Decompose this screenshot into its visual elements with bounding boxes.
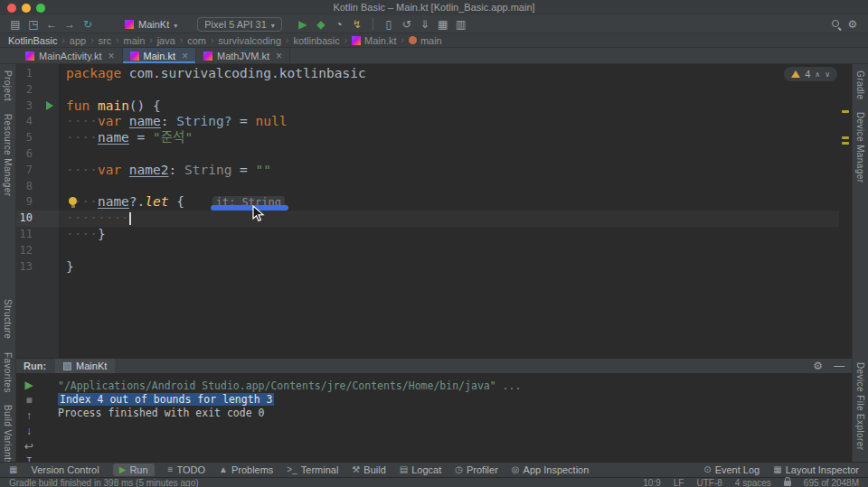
debug-icon[interactable]: ◆ bbox=[313, 17, 329, 32]
console-settings-gear-icon[interactable]: ⚙ bbox=[813, 361, 823, 371]
code-line[interactable]: 4····var name: String? = null bbox=[16, 114, 839, 130]
breadcrumb-item-main[interactable]: main bbox=[409, 35, 442, 46]
minimize-icon[interactable]: — bbox=[834, 361, 844, 371]
profile-icon[interactable]: ◔ bbox=[331, 17, 347, 32]
open-icon[interactable]: ◳ bbox=[25, 17, 42, 32]
tool-window-button-device-file-explorer[interactable]: Device File Explorer bbox=[855, 362, 865, 450]
minimize-window-button[interactable] bbox=[22, 4, 31, 13]
tool-window-button-logcat[interactable]: ▤Logcat bbox=[400, 464, 441, 475]
code-line[interactable]: 12 bbox=[16, 243, 839, 259]
close-window-button[interactable] bbox=[7, 4, 16, 13]
tool-window-button-todo[interactable]: ≡TODO bbox=[168, 464, 205, 475]
code-line[interactable]: 5····name = "준석" bbox=[16, 130, 839, 146]
tool-window-button-terminal[interactable]: >_Terminal bbox=[287, 464, 338, 475]
breadcrumb-item-kotlinbasic[interactable]: KotlinBasic bbox=[8, 35, 57, 46]
code-line[interactable]: 11····} bbox=[16, 227, 839, 243]
memory-indicator[interactable]: 695 of 2048M bbox=[804, 478, 859, 487]
run-icon[interactable]: ▶ bbox=[295, 17, 311, 32]
tool-window-button-run[interactable]: ▶Run bbox=[113, 464, 155, 476]
code-line[interactable]: 9····name?.let { it: String bbox=[16, 194, 839, 211]
tool-window-button-project[interactable]: Project bbox=[3, 70, 13, 101]
run-header-actions: ⚙— bbox=[813, 361, 844, 371]
code-line[interactable]: 10········ bbox=[16, 211, 839, 227]
breadcrumb-item-src[interactable]: src bbox=[98, 35, 111, 46]
run-console-tab[interactable]: MainKt bbox=[55, 359, 115, 373]
code-line[interactable]: 6 bbox=[16, 146, 839, 163]
scroll-up-icon[interactable]: ↑ bbox=[26, 410, 32, 421]
breadcrumb-item-survivalcoding[interactable]: survivalcoding bbox=[218, 35, 281, 46]
console-line[interactable]: "/Applications/Android Studio.app/Conten… bbox=[58, 379, 521, 393]
run-line-icon[interactable] bbox=[46, 101, 53, 110]
toolbar-left-group: ▤◳←→↻ bbox=[7, 17, 96, 32]
code-line[interactable]: 2 bbox=[16, 82, 839, 98]
logcat-icon[interactable]: ▥ bbox=[453, 17, 469, 32]
close-icon[interactable]: × bbox=[108, 52, 114, 61]
tab-mathjvm-kt[interactable]: MathJVM.kt× bbox=[196, 48, 290, 63]
device-select[interactable]: Pixel 5 API 31 bbox=[197, 17, 282, 32]
code-token bbox=[121, 163, 129, 177]
tab-main-kt[interactable]: Main.kt× bbox=[123, 48, 196, 63]
inspections-widget[interactable]: 4 bbox=[784, 67, 837, 81]
close-icon[interactable]: × bbox=[182, 52, 188, 61]
tool-window-button-favorites[interactable]: Favorites bbox=[3, 352, 13, 393]
code-line[interactable]: 13} bbox=[16, 259, 839, 276]
caret-position[interactable]: 10:9 bbox=[643, 478, 660, 487]
tool-window-button-device-manager[interactable]: Device Manager bbox=[855, 112, 865, 183]
sync-project-icon[interactable]: ↺ bbox=[399, 17, 415, 32]
forward-icon[interactable]: → bbox=[61, 17, 78, 32]
breadcrumb-item-java[interactable]: java bbox=[157, 35, 175, 46]
tool-window-switcher-icon[interactable]: ▦ bbox=[9, 465, 17, 474]
tool-window-button-layout-inspector[interactable]: ▦Layout Inspector bbox=[773, 464, 859, 475]
stop-icon[interactable]: ■ bbox=[25, 395, 32, 406]
line-separator[interactable]: LF bbox=[674, 478, 684, 487]
code-line[interactable]: 1package com.survivalcoding.kotlinbasic bbox=[16, 66, 839, 82]
layout-inspector-icon[interactable]: ▦ bbox=[435, 17, 451, 32]
indent-config[interactable]: 4 spaces bbox=[735, 478, 771, 487]
tab-mainactivity-kt[interactable]: MainActivity.kt× bbox=[18, 48, 123, 63]
close-icon[interactable]: × bbox=[276, 52, 282, 61]
editor[interactable]: 1package com.survivalcoding.kotlinbasic2… bbox=[16, 64, 852, 358]
tool-window-button-profiler[interactable]: ◷Profiler bbox=[455, 464, 498, 475]
breadcrumb-item-main[interactable]: main bbox=[123, 35, 145, 46]
prev-warning-icon[interactable] bbox=[815, 70, 820, 79]
apply-changes-icon[interactable]: ↯ bbox=[349, 17, 365, 32]
back-icon[interactable]: ← bbox=[43, 17, 60, 32]
next-warning-icon[interactable] bbox=[825, 70, 830, 79]
tool-window-button-app-inspection[interactable]: ◎App Inspection bbox=[512, 464, 590, 475]
tool-window-button-build-variants[interactable]: Build Variants bbox=[3, 405, 13, 465]
breadcrumb-item-com[interactable]: com bbox=[187, 35, 206, 46]
breadcrumb-item-main-kt[interactable]: Main.kt bbox=[352, 35, 396, 46]
run-console[interactable]: ▶■↑↓↩↧ "/Applications/Android Studio.app… bbox=[16, 374, 852, 462]
rerun-icon[interactable]: ▶ bbox=[24, 379, 33, 390]
tool-window-button-build[interactable]: ⚒Build bbox=[352, 464, 385, 475]
tool-window-button-problems[interactable]: ▲Problems bbox=[219, 464, 273, 475]
warning-stripe-mark[interactable] bbox=[842, 136, 849, 139]
warning-stripe-mark[interactable] bbox=[842, 142, 849, 145]
device-manager-icon[interactable]: ▯ bbox=[381, 17, 397, 32]
zoom-window-button[interactable] bbox=[36, 4, 45, 13]
tool-window-button-version-control[interactable]: Version Control bbox=[31, 464, 99, 475]
breadcrumb-item-app[interactable]: app bbox=[70, 35, 86, 46]
tool-window-button-event-log[interactable]: ⊙Event Log bbox=[703, 464, 760, 475]
save-all-icon[interactable]: ▤ bbox=[7, 17, 24, 32]
file-encoding[interactable]: UTF-8 bbox=[696, 478, 722, 487]
console-line[interactable]: Index 4 out of bounds for length 3 bbox=[58, 393, 521, 407]
warning-stripe-mark[interactable] bbox=[842, 110, 849, 113]
soft-wrap-icon[interactable]: ↩ bbox=[24, 441, 33, 452]
refresh-icon[interactable]: ↻ bbox=[80, 17, 96, 32]
scroll-down-icon[interactable]: ↓ bbox=[26, 426, 32, 436]
code-line[interactable]: 8 bbox=[16, 179, 839, 195]
settings-gear-icon[interactable]: ⚙ bbox=[844, 17, 861, 32]
console-line[interactable]: Process finished with exit code 0 bbox=[58, 407, 521, 420]
read-lock-icon[interactable] bbox=[784, 481, 791, 486]
code-line[interactable]: 3fun main() { bbox=[16, 98, 839, 115]
breadcrumb-item-kotlinbasic[interactable]: kotlinbasic bbox=[293, 35, 339, 46]
tool-window-label: Terminal bbox=[301, 464, 339, 475]
run-configuration-select[interactable]: MainKt bbox=[125, 19, 177, 30]
code-line[interactable]: 7····var name2: String = "" bbox=[16, 163, 839, 179]
tool-window-button-gradle[interactable]: Gradle bbox=[855, 70, 865, 99]
tool-window-button-structure[interactable]: Structure bbox=[3, 299, 13, 339]
sdk-manager-icon[interactable]: ⇓ bbox=[417, 17, 433, 32]
tool-window-button-resource-manager[interactable]: Resource Manager bbox=[3, 114, 13, 196]
search-icon[interactable] bbox=[830, 18, 843, 31]
